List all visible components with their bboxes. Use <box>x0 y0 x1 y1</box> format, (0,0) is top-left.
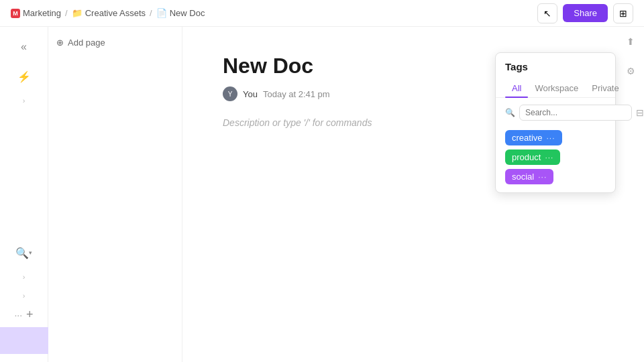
author-avatar: Y <box>223 86 237 101</box>
tag-social-dots: ··· <box>538 172 547 182</box>
tags-tabs: All Workspace Private <box>496 79 615 98</box>
content-right-icons: ⬆ ⚙ <box>617 27 644 86</box>
add-page-label: Add page <box>68 38 105 48</box>
breadcrumb: M Marketing / 📁 Creative Assets / 📄 New … <box>11 8 205 18</box>
sidebar-expand-2[interactable]: › <box>20 270 28 284</box>
tag-product[interactable]: product ··· <box>505 149 560 165</box>
breadcrumb-marketing-label: Marketing <box>23 8 61 18</box>
tags-search-row: 🔍 ⊟ <box>496 98 615 125</box>
sidebar-bolt-icon[interactable]: ⚡ <box>12 64 36 88</box>
sidebar-collapse-icon[interactable]: « <box>12 35 36 59</box>
add-page-icon: ⊕ <box>56 38 64 48</box>
breadcrumb-marketing[interactable]: M Marketing <box>11 8 61 18</box>
sidebar-add-icon[interactable]: + <box>26 308 34 322</box>
tab-all[interactable]: All <box>505 79 528 97</box>
breadcrumb-sep-1: / <box>65 8 68 18</box>
breadcrumb-sep-2: / <box>150 8 152 18</box>
tags-search-icon: 🔍 <box>505 108 515 117</box>
header: M Marketing / 📁 Creative Assets / 📄 New … <box>0 0 644 27</box>
tag-creative[interactable]: creative ··· <box>505 130 562 145</box>
tags-filter-icon[interactable]: ⊟ <box>636 107 644 118</box>
left-panel: ⊕ Add page <box>48 27 182 362</box>
search-icon: 🔍 <box>15 247 29 259</box>
tag-social-label: social <box>512 172 534 182</box>
tab-workspace[interactable]: Workspace <box>528 79 585 97</box>
tab-private[interactable]: Private <box>585 79 625 97</box>
tag-creative-dots: ··· <box>547 133 555 143</box>
settings-icon[interactable]: ⚙ <box>621 62 640 80</box>
breadcrumb-doc[interactable]: 📄 New Doc <box>156 8 205 18</box>
add-page-button[interactable]: ⊕ Add page <box>56 35 174 50</box>
share-button[interactable]: Share <box>563 4 608 22</box>
doc-author: You <box>243 89 258 99</box>
sidebar-selected-bar <box>0 327 48 354</box>
marketing-icon: M <box>11 9 20 18</box>
layout-button[interactable]: ⊞ <box>613 3 633 23</box>
breadcrumb-folder-label: Creative Assets <box>85 8 146 18</box>
search-chevron: ▾ <box>29 249 32 256</box>
sidebar-expand-1[interactable]: › <box>20 94 28 107</box>
doc-icon: 📄 <box>156 8 167 18</box>
tag-product-label: product <box>512 152 541 162</box>
cursor-icon: ↖ <box>543 8 551 19</box>
folder-icon: 📁 <box>72 8 83 18</box>
breadcrumb-doc-label: New Doc <box>170 8 205 18</box>
sidebar-bottom: ··· + <box>0 308 48 354</box>
header-actions: ↖ Share ⊞ <box>537 3 633 23</box>
breadcrumb-folder[interactable]: 📁 Creative Assets <box>72 8 146 18</box>
sidebar-expand-3[interactable]: › <box>20 289 28 302</box>
chevron-left-icon: « <box>21 41 27 53</box>
tags-list: creative ··· product ··· social ··· <box>496 125 615 192</box>
tags-header: Tags All Workspace Private <box>496 53 615 98</box>
tags-panel: Tags All Workspace Private 🔍 ⊟ creative … <box>495 52 616 193</box>
layout-icon: ⊞ <box>619 8 627 19</box>
sidebar-search-icon[interactable]: 🔍 ▾ <box>12 241 36 265</box>
tag-creative-label: creative <box>512 133 543 143</box>
main-layout: « ⚡ › 🔍 ▾ › › ··· + ⊕ Add page New <box>0 27 644 362</box>
tag-social[interactable]: social ··· <box>505 169 553 184</box>
tags-title: Tags <box>505 61 606 72</box>
tags-search-input[interactable] <box>519 105 632 121</box>
sidebar: « ⚡ › 🔍 ▾ › › ··· + <box>0 27 48 362</box>
cursor-button[interactable]: ↖ <box>537 3 557 23</box>
upload-icon[interactable]: ⬆ <box>621 32 640 51</box>
tag-product-dots: ··· <box>545 153 553 162</box>
sidebar-more-icon[interactable]: ··· <box>14 310 22 320</box>
content-wrapper: New Doc Y You Today at 2:41 pm Descripti… <box>182 27 644 362</box>
bolt-icon: ⚡ <box>17 70 31 83</box>
doc-date: Today at 2:41 pm <box>263 89 330 99</box>
